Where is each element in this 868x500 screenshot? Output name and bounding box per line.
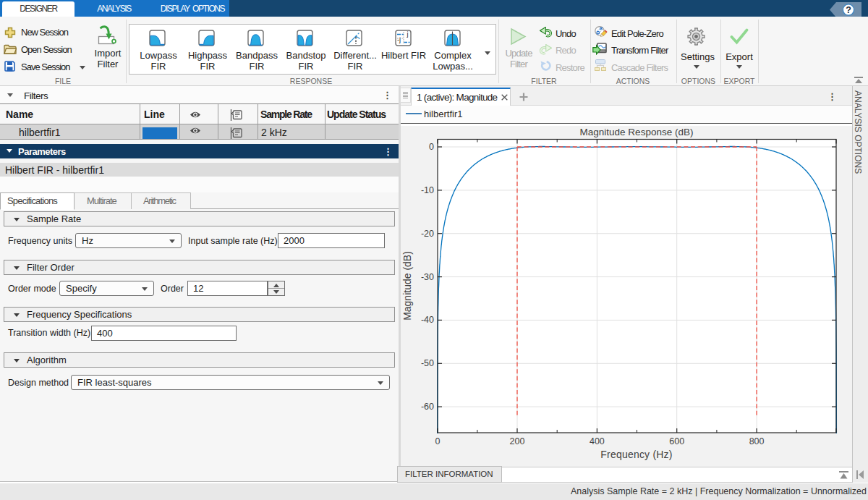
svg-text:0: 0 xyxy=(435,436,441,446)
svg-text:j: j xyxy=(407,30,409,38)
svg-text:Magnitude (dB): Magnitude (dB) xyxy=(401,251,413,321)
svg-text:?: ? xyxy=(846,5,851,15)
svg-text:600: 600 xyxy=(669,436,684,446)
svg-text:200: 200 xyxy=(510,436,525,446)
svg-text:-40: -40 xyxy=(421,315,434,325)
svg-text:Frequency (Hz): Frequency (Hz) xyxy=(600,449,672,460)
svg-text:-20: -20 xyxy=(421,229,434,239)
svg-text:-60: -60 xyxy=(421,402,434,412)
svg-text:-10: -10 xyxy=(421,185,434,195)
svg-text:0: 0 xyxy=(429,142,434,152)
svg-text:-50: -50 xyxy=(421,358,434,368)
svg-text:Magnitude Response (dB): Magnitude Response (dB) xyxy=(580,127,694,137)
svg-text:400: 400 xyxy=(590,436,605,446)
svg-text:-30: -30 xyxy=(421,272,434,282)
svg-text:-j: -j xyxy=(397,36,401,43)
svg-text:800: 800 xyxy=(749,436,765,446)
